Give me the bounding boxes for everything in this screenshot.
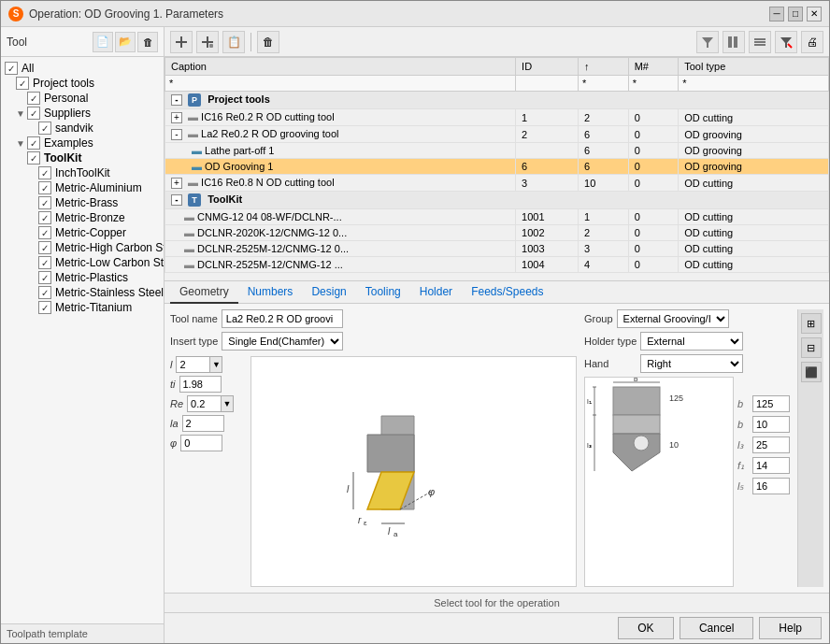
tree-checkbox-metric-highcarbon[interactable]: ✓ bbox=[38, 241, 51, 254]
f1-input[interactable] bbox=[752, 457, 790, 474]
table-row[interactable]: + ▬ IC16 Re0.2 R OD cutting tool 1 2 0 O… bbox=[165, 109, 829, 126]
b-input[interactable] bbox=[752, 395, 790, 412]
help-button[interactable]: Help bbox=[759, 617, 822, 639]
side-btn-2[interactable]: ⊟ bbox=[801, 337, 822, 358]
row-expand[interactable]: + bbox=[171, 178, 182, 189]
tree-item-suppliers[interactable]: ▼ ✓ Suppliers bbox=[1, 106, 164, 121]
tree-checkbox-examples[interactable]: ✓ bbox=[27, 136, 40, 150]
tree-checkbox-metric-brass[interactable]: ✓ bbox=[38, 196, 51, 209]
group-expand-project[interactable]: - bbox=[171, 94, 182, 106]
cancel-button[interactable]: Cancel bbox=[680, 617, 753, 639]
tab-geometry[interactable]: Geometry bbox=[170, 281, 238, 304]
tree-checkbox-metric-plastics[interactable]: ✓ bbox=[38, 271, 51, 284]
la-input[interactable] bbox=[182, 415, 224, 432]
tree-item-metric-brass[interactable]: ✓ Metric-Brass bbox=[1, 195, 164, 210]
tree-checkbox-all[interactable]: ✓ bbox=[5, 62, 18, 75]
copy-button[interactable]: 📋 bbox=[222, 31, 245, 53]
l-input[interactable] bbox=[176, 356, 209, 373]
table-row-selected[interactable]: ▬ OD Grooving 1 6 6 0 OD grooving bbox=[165, 159, 829, 175]
group-select[interactable]: External Grooving/I bbox=[617, 309, 729, 328]
open-folder-button[interactable]: 📂 bbox=[115, 32, 136, 52]
table-row[interactable]: - ▬ La2 Re0.2 R OD grooving tool 2 6 0 O… bbox=[165, 126, 829, 143]
tree-item-examples[interactable]: ▼ ✓ Examples bbox=[1, 136, 164, 150]
tree-checkbox-project-tools[interactable]: ✓ bbox=[16, 77, 29, 90]
tree-checkbox-toolkit[interactable]: ✓ bbox=[27, 151, 40, 165]
table-row[interactable]: ▬ DCLNR-2525M-12/CNMG-12 ... 1004 4 0 OD… bbox=[165, 257, 829, 273]
filter-btn-2[interactable] bbox=[775, 31, 797, 53]
tree-item-metric-plastics[interactable]: ✓ Metric-Plastics bbox=[1, 270, 164, 285]
re-input[interactable] bbox=[187, 395, 221, 412]
ok-button[interactable]: OK bbox=[618, 617, 674, 639]
table-row[interactable]: ▬ Lathe part-off 1 6 0 OD grooving bbox=[165, 143, 829, 159]
side-btn-3[interactable]: ⬛ bbox=[801, 362, 822, 382]
tree-item-metric-titanium[interactable]: ✓ Metric-Titanium bbox=[1, 300, 164, 315]
add-tool-button[interactable] bbox=[170, 31, 193, 53]
tree-checkbox-sandvik[interactable]: ✓ bbox=[38, 122, 51, 135]
side-btn-1[interactable]: ⊞ bbox=[801, 313, 822, 334]
col-m[interactable]: M# bbox=[628, 58, 679, 76]
tree-item-metric-lowcarbon[interactable]: ✓ Metric-Low Carbon Steel bbox=[1, 255, 164, 270]
phi-input[interactable] bbox=[180, 435, 222, 451]
holder-type-select[interactable]: External bbox=[640, 332, 743, 351]
filter-caption[interactable] bbox=[169, 78, 511, 89]
settings-btn[interactable] bbox=[749, 31, 771, 53]
col-sort[interactable]: ↑ bbox=[579, 58, 629, 76]
tree-item-metric-aluminium[interactable]: ✓ Metric-Aluminium bbox=[1, 180, 164, 195]
add-tool2-button[interactable] bbox=[196, 31, 219, 53]
filter-m[interactable] bbox=[633, 78, 675, 89]
ti-input[interactable] bbox=[179, 376, 222, 393]
tree-item-sandvik[interactable]: ✓ sandvik bbox=[1, 121, 164, 136]
group-row-project-tools[interactable]: - P Project tools bbox=[165, 92, 829, 109]
minimize-button[interactable]: ─ bbox=[769, 7, 784, 21]
table-row[interactable]: ▬ DCLNR-2525M-12/CNMG-12 0... 1003 3 0 O… bbox=[165, 241, 829, 257]
b2-input[interactable] bbox=[752, 416, 790, 433]
tree-item-toolkit[interactable]: ✓ ToolKit bbox=[1, 150, 164, 165]
tree-checkbox-metric-copper[interactable]: ✓ bbox=[38, 226, 51, 239]
tree-checkbox-suppliers[interactable]: ✓ bbox=[27, 107, 40, 120]
hand-select[interactable]: Right bbox=[640, 354, 743, 373]
l-dropdown[interactable]: ▼ bbox=[209, 356, 222, 373]
close-button[interactable]: ✕ bbox=[807, 7, 822, 21]
delete-tool-button[interactable]: 🗑 bbox=[137, 32, 158, 52]
tab-numbers[interactable]: Numbers bbox=[238, 281, 303, 304]
tree-checkbox-metric-bronze[interactable]: ✓ bbox=[38, 211, 51, 224]
maximize-button[interactable]: □ bbox=[788, 7, 803, 21]
table-row[interactable]: ▬ DCLNR-2020K-12/CNMG-12 0... 1002 2 0 O… bbox=[165, 225, 829, 241]
filter-sort[interactable] bbox=[582, 78, 624, 89]
tree-checkbox-inchtoolkit[interactable]: ✓ bbox=[38, 166, 51, 179]
tree-item-project-tools[interactable]: ✓ Project tools bbox=[1, 76, 164, 91]
filter-tooltype[interactable] bbox=[682, 78, 824, 89]
row-expand[interactable]: + bbox=[171, 112, 182, 123]
columns-btn[interactable] bbox=[723, 31, 745, 53]
tree-item-inchtoolkit[interactable]: ✓ InchToolKit bbox=[1, 165, 164, 180]
tab-feeds-speeds[interactable]: Feeds/Speeds bbox=[462, 281, 552, 304]
tab-holder[interactable]: Holder bbox=[410, 281, 462, 304]
new-tool-button[interactable]: 📄 bbox=[93, 32, 113, 52]
l5-input[interactable] bbox=[752, 478, 790, 494]
tree-checkbox-metric-stainless[interactable]: ✓ bbox=[38, 286, 51, 299]
group-row-toolkit[interactable]: - T ToolKit bbox=[165, 192, 829, 209]
filter-btn-1[interactable] bbox=[696, 31, 719, 53]
table-row[interactable]: ▬ CNMG-12 04 08-WF/DCLNR-... 1001 1 0 OD… bbox=[165, 209, 829, 225]
row-expand[interactable]: - bbox=[171, 129, 182, 140]
tree-item-all[interactable]: ✓ All bbox=[1, 61, 164, 76]
tool-name-input[interactable] bbox=[222, 309, 343, 328]
tree-checkbox-metric-lowcarbon[interactable]: ✓ bbox=[38, 256, 51, 269]
group-expand-toolkit[interactable]: - bbox=[171, 194, 182, 206]
tree-item-metric-stainless[interactable]: ✓ Metric-Stainless Steel bbox=[1, 285, 164, 300]
delete-button[interactable]: 🗑 bbox=[257, 31, 279, 53]
tree-checkbox-metric-titanium[interactable]: ✓ bbox=[38, 301, 51, 314]
tab-design[interactable]: Design bbox=[302, 281, 355, 304]
tree-item-metric-copper[interactable]: ✓ Metric-Copper bbox=[1, 225, 164, 240]
col-tool-type[interactable]: Tool type bbox=[679, 58, 829, 76]
print-btn[interactable]: 🖨 bbox=[801, 31, 823, 53]
tree-checkbox-metric-aluminium[interactable]: ✓ bbox=[38, 181, 51, 194]
tab-tooling[interactable]: Tooling bbox=[356, 281, 410, 304]
tree-checkbox-personal[interactable]: ✓ bbox=[27, 92, 40, 105]
col-caption[interactable]: Caption bbox=[165, 58, 516, 76]
tree-item-personal[interactable]: ✓ Personal bbox=[1, 91, 164, 106]
re-dropdown[interactable]: ▼ bbox=[221, 395, 234, 412]
filter-id[interactable] bbox=[520, 78, 574, 89]
l3-input[interactable] bbox=[752, 436, 790, 453]
tree-item-metric-bronze[interactable]: ✓ Metric-Bronze bbox=[1, 210, 164, 225]
